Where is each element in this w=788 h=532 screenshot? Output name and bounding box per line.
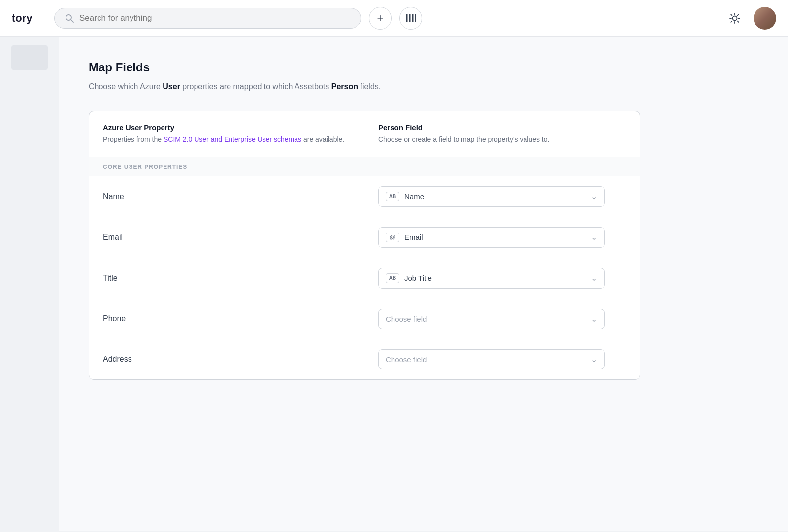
search-bar[interactable] [54,8,361,29]
avatar[interactable] [754,7,776,30]
property-label-name: Name [103,192,124,201]
main-layout: Map Fields Choose which Azure User prope… [0,37,788,531]
chevron-down-icon: ⌄ [591,273,597,283]
col-azure-header: Azure User Property Properties from the … [89,111,364,157]
field-type-icon-ab: AB [386,192,399,201]
svg-rect-2 [406,14,407,22]
barcode-button[interactable] [399,7,422,30]
sidebar [0,37,59,531]
field-dropdown-email[interactable]: @ Email ⌄ [378,227,605,248]
svg-line-16 [731,21,732,22]
property-label-address: Address [103,355,132,364]
property-cell-email: Email [89,217,364,258]
svg-line-17 [738,14,739,15]
property-label-title: Title [103,274,118,283]
field-placeholder-phone: Choose field [386,315,427,323]
svg-line-1 [71,20,74,23]
field-cell-email: @ Email ⌄ [364,217,640,258]
col-person-header: Person Field Choose or create a field to… [364,111,640,157]
field-value-email: Email [404,233,423,241]
section-label: CORE USER PROPERTIES [103,164,187,170]
property-cell-name: Name [89,176,364,217]
field-type-icon-ab2: AB [386,273,399,283]
table-header: Azure User Property Properties from the … [89,111,640,157]
field-cell-title: AB Job Title ⌄ [364,258,640,299]
svg-rect-6 [412,14,413,22]
svg-line-15 [738,21,739,22]
chevron-down-icon: ⌄ [591,192,597,201]
field-value-title: Job Title [404,274,432,282]
col2-title: Person Field [378,123,626,132]
property-label-phone: Phone [103,314,126,323]
app-title: tory [12,12,46,25]
col1-desc: Properties from the SCIM 2.0 User and En… [103,134,350,145]
field-dropdown-phone[interactable]: Choose field ⌄ [378,309,605,329]
svg-rect-4 [409,14,410,22]
svg-rect-7 [414,14,414,22]
chevron-down-icon: ⌄ [591,233,597,242]
scim-link[interactable]: SCIM 2.0 User and Enterprise User schema… [164,135,301,143]
property-cell-title: Title [89,258,364,299]
sidebar-placeholder [11,45,48,70]
field-cell-name: AB Name ⌄ [364,176,640,217]
svg-point-9 [733,16,737,21]
field-dropdown-address[interactable]: Choose field ⌄ [378,349,605,369]
field-placeholder-address: Choose field [386,355,427,364]
page-title: Map Fields [89,61,758,74]
table-row: Name AB Name ⌄ [89,176,640,217]
main-content: Map Fields Choose which Azure User prope… [59,37,788,531]
add-button[interactable]: + [369,7,392,30]
theme-toggle-button[interactable] [724,7,746,29]
field-cell-address: Choose field ⌄ [364,339,640,379]
table-row: Email @ Email ⌄ [89,217,640,258]
table-row: Title AB Job Title ⌄ [89,258,640,299]
table-row: Address Choose field ⌄ [89,339,640,379]
svg-rect-8 [415,14,416,22]
top-navigation: tory + [0,0,788,37]
svg-rect-3 [408,14,408,22]
field-type-icon-at: @ [386,233,399,242]
field-dropdown-name[interactable]: AB Name ⌄ [378,186,605,207]
col1-title: Azure User Property [103,123,350,132]
search-input[interactable] [79,13,351,23]
svg-line-14 [731,14,732,15]
property-cell-phone: Phone [89,299,364,339]
section-label-row: CORE USER PROPERTIES [89,157,640,176]
field-cell-phone: Choose field ⌄ [364,299,640,339]
field-value-name: Name [404,192,424,200]
sun-icon [729,12,741,24]
chevron-down-icon: ⌄ [591,355,597,364]
search-icon [65,13,74,23]
page-description: Choose which Azure User properties are m… [89,80,758,93]
svg-rect-5 [411,14,411,22]
property-label-email: Email [103,233,123,242]
field-dropdown-title[interactable]: AB Job Title ⌄ [378,268,605,289]
map-fields-table: Azure User Property Properties from the … [89,111,640,380]
table-row: Phone Choose field ⌄ [89,299,640,339]
chevron-down-icon: ⌄ [591,314,597,324]
barcode-icon [405,13,416,24]
property-cell-address: Address [89,339,364,379]
col2-desc: Choose or create a field to map the prop… [378,134,626,145]
